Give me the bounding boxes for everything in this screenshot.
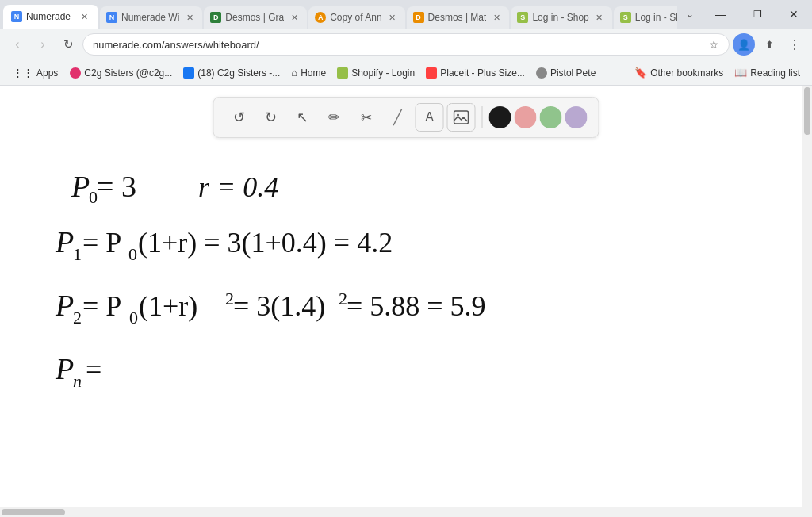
apps-label: Apps (36, 67, 58, 79)
svg-text:= 5.88 = 5.9: = 5.88 = 5.9 (347, 290, 486, 322)
home-favicon: ⌂ (291, 67, 297, 79)
back-button[interactable]: ‹ (6, 33, 29, 56)
placeit-favicon (426, 67, 437, 79)
tab-favicon-6: S (517, 12, 528, 23)
tab-label-3: Desmos | Gra (225, 12, 284, 23)
window-controls: ⌄ — ❐ ✕ (677, 0, 812, 29)
minimize-button[interactable]: — (703, 2, 739, 27)
bookmarks-bar: ⋮⋮ Apps C2g Sisters (@c2g... (18) C2g Si… (0, 60, 812, 86)
pistolpete-label: Pistol Pete (550, 67, 596, 79)
pistolpete-favicon (536, 67, 547, 79)
tab-label-6: Log in - Shop (532, 12, 588, 23)
vertical-scrollbar-thumb[interactable] (804, 87, 810, 135)
tab-favicon-3: D (210, 12, 221, 23)
svg-text:P: P (55, 352, 74, 385)
bookmark-folder-icon: 🔖 (634, 67, 647, 79)
tab-close-4[interactable]: ✕ (386, 11, 399, 24)
profile-icon[interactable]: 👤 (733, 33, 755, 56)
reading-list-icon: 📖 (734, 67, 747, 79)
home-label: Home (301, 67, 326, 79)
svg-text:= P: = P (82, 290, 121, 322)
eraser-tool-button[interactable]: ✂ (352, 103, 381, 132)
bookmark-placeit[interactable]: Placeit - Plus Size... (420, 63, 530, 82)
image-tool-button[interactable] (447, 103, 476, 132)
c2g1-favicon (70, 67, 81, 79)
tab-favicon-1: N (11, 11, 22, 22)
svg-text:(1+r) = 3(1+0.4) = 4.2: (1+r) = 3(1+0.4) = 4.2 (138, 227, 393, 258)
reading-list-button[interactable]: 📖 Reading list (729, 63, 806, 82)
whiteboard-canvas[interactable]: P 0 = 3 r = 0.4 P 1 = P 0 (1+r) = 3(1+0.… (0, 86, 802, 507)
tab-numerade2[interactable]: N Numerade Wi ✕ (100, 6, 202, 29)
tab-close-6[interactable]: ✕ (593, 11, 606, 24)
main-area: ↺ ↻ ↖ ✏ ✂ ╱ A P 0 = 3 r = 0.4 P (0, 86, 812, 517)
extensions-menu-button[interactable]: ⋮ (783, 33, 806, 56)
undo-button[interactable]: ↺ (225, 103, 254, 132)
svg-text:1: 1 (73, 244, 82, 264)
bookmark-star-icon[interactable]: ☆ (709, 38, 719, 51)
svg-text:(1+r): (1+r) (139, 290, 197, 322)
text-tool-button[interactable]: A (416, 103, 444, 132)
tab-label-4: Copy of Ann (330, 12, 381, 23)
maximize-button[interactable]: ❐ (739, 2, 776, 27)
title-bar: N Numerade ✕ N Numerade Wi ✕ D Desmos | … (0, 0, 812, 29)
shopify-favicon (337, 67, 348, 79)
tab-close-1[interactable]: ✕ (78, 10, 90, 23)
reload-button[interactable]: ↻ (57, 33, 79, 56)
svg-text:n: n (73, 371, 82, 391)
bookmark-pistolpete[interactable]: Pistol Pete (530, 63, 601, 82)
bookmark-c2g2[interactable]: (18) C2g Sisters -... (178, 63, 285, 82)
tab-shopify2[interactable]: S Log in - Shop ✕ (614, 6, 677, 29)
tab-favicon-2: N (106, 12, 117, 23)
other-bookmarks-label: Other bookmarks (650, 67, 723, 79)
tab-desmos2[interactable]: D Desmos | Mat ✕ (407, 6, 510, 29)
math-writing: P 0 = 3 r = 0.4 P 1 = P 0 (1+r) = 3(1+0.… (48, 149, 761, 506)
svg-text:= P: = P (82, 227, 121, 258)
bookmark-shopify[interactable]: Shopify - Login (331, 63, 420, 82)
c2g2-favicon (183, 67, 194, 79)
tab-overflow-button[interactable]: ⌄ (677, 2, 703, 27)
bookmark-home[interactable]: ⌂ Home (285, 63, 331, 82)
line-tool-button[interactable]: ╱ (384, 103, 412, 132)
tab-shopify1[interactable]: S Log in - Shop ✕ (511, 6, 611, 29)
c2g2-label: (18) C2g Sisters -... (197, 67, 280, 79)
color-black[interactable] (489, 106, 511, 128)
color-green[interactable] (540, 106, 562, 128)
pencil-tool-button[interactable]: ✏ (320, 103, 349, 132)
tab-strip: N Numerade ✕ N Numerade Wi ✕ D Desmos | … (0, 5, 677, 29)
color-pink[interactable] (515, 106, 537, 128)
tab-close-2[interactable]: ✕ (183, 11, 196, 24)
color-lavender[interactable] (565, 106, 588, 128)
svg-text:0: 0 (129, 308, 138, 327)
svg-text:2: 2 (73, 308, 82, 327)
apps-grid-icon: ⋮⋮ (13, 67, 33, 79)
select-tool-button[interactable]: ↖ (289, 103, 317, 132)
horizontal-scrollbar-track (0, 507, 802, 517)
close-button[interactable]: ✕ (776, 2, 812, 27)
tab-desmos1[interactable]: D Desmos | Gra ✕ (204, 6, 307, 29)
tab-label-5: Desmos | Mat (428, 12, 487, 23)
svg-text:= 3(1.4): = 3(1.4) (233, 290, 325, 322)
svg-text:P: P (71, 170, 90, 203)
svg-text:r = 0.4: r = 0.4 (198, 171, 278, 203)
tab-numerade[interactable]: N Numerade ✕ (3, 5, 98, 29)
tab-annex[interactable]: A Copy of Ann ✕ (308, 6, 404, 29)
bookmark-apps[interactable]: ⋮⋮ Apps (6, 63, 64, 82)
nav-bar: ‹ › ↻ numerade.com/answers/whiteboard/ ☆… (0, 29, 812, 60)
redo-button[interactable]: ↻ (257, 103, 285, 132)
shopify-label: Shopify - Login (351, 67, 415, 79)
svg-rect-0 (454, 111, 469, 124)
tab-label-2: Numerade Wi (121, 12, 179, 23)
reading-list-label: Reading list (750, 67, 800, 79)
forward-button[interactable]: › (32, 33, 54, 56)
tab-favicon-7: S (620, 12, 631, 23)
share-button[interactable]: ⬆ (758, 33, 780, 56)
address-bar[interactable]: numerade.com/answers/whiteboard/ ☆ (82, 33, 730, 56)
horizontal-scrollbar-thumb[interactable] (2, 509, 65, 515)
svg-text:P: P (55, 289, 74, 322)
bookmark-other[interactable]: 🔖 Other bookmarks (629, 63, 729, 82)
tab-label-1: Numerade (26, 11, 74, 22)
tab-close-3[interactable]: ✕ (288, 11, 301, 24)
bookmark-c2g1[interactable]: C2g Sisters (@c2g... (64, 63, 178, 82)
tab-close-5[interactable]: ✕ (490, 11, 503, 24)
svg-text:= 3: = 3 (97, 170, 136, 203)
